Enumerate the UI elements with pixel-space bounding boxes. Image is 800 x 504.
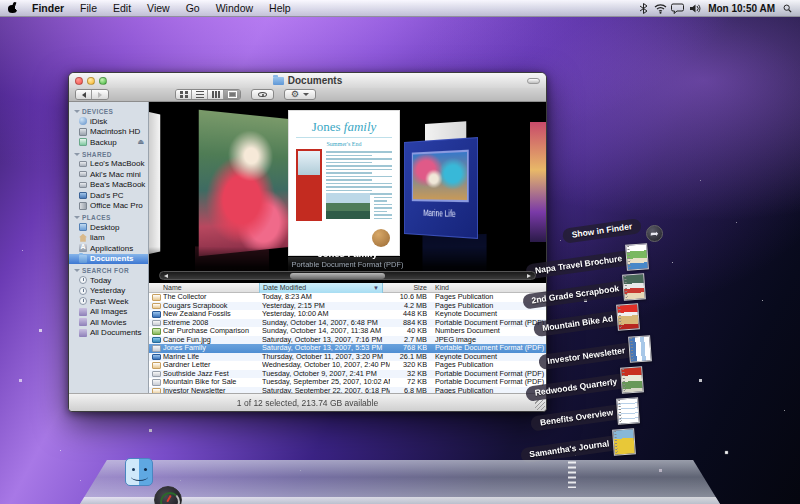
- sidebar-item-leo-s-macbook[interactable]: Leo's MacBook: [69, 159, 148, 170]
- sidebar-item-liam[interactable]: liam: [69, 233, 148, 244]
- table-row[interactable]: Canoe Fun.jpgSaturday, October 13, 2007,…: [149, 336, 546, 345]
- cover-extreme-2008[interactable]: EXTREME2008: [149, 112, 160, 254]
- sidebar-item-label: liam: [90, 233, 105, 242]
- sidebar-item-label: Aki's Mac mini: [90, 170, 141, 179]
- cell-size: 26.1 MB: [379, 353, 427, 362]
- stack-thumbnail-red[interactable]: [620, 366, 644, 393]
- sidebar-item-dad-s-pc[interactable]: Dad's PC: [69, 190, 148, 201]
- menu-item-window[interactable]: Window: [208, 0, 261, 17]
- menu-item-view[interactable]: View: [139, 0, 178, 17]
- list-view-button[interactable]: [192, 90, 208, 99]
- quicklook-button[interactable]: [251, 89, 274, 100]
- cell-kind: Portable Document Format (PDF): [435, 378, 545, 387]
- cover-jones-family[interactable]: Jones family Summer's End: [288, 110, 400, 256]
- back-button[interactable]: [76, 90, 92, 99]
- scroll-left-icon[interactable]: [164, 274, 168, 278]
- action-menu-button[interactable]: ⚙: [284, 89, 316, 100]
- disclosure-triangle-icon[interactable]: [74, 269, 80, 272]
- disclosure-triangle-icon[interactable]: [74, 216, 80, 219]
- sidebar-item-desktop[interactable]: Desktop: [69, 222, 148, 233]
- spotlight-icon[interactable]: [783, 0, 800, 17]
- sidebar-item-documents[interactable]: Documents: [69, 254, 148, 265]
- status-bar: 1 of 12 selected, 213.74 GB available: [69, 393, 546, 411]
- toolbar-toggle-pill[interactable]: [527, 78, 540, 84]
- sidebar-item-backup[interactable]: Backup⏏: [69, 137, 148, 148]
- table-row[interactable]: Gardner LetterWednesday, October 10, 200…: [149, 361, 546, 370]
- cell-date-modified: Sunday, October 14, 2007, 11:38 AM: [262, 327, 390, 336]
- sidebar-item-macintosh-hd[interactable]: Macintosh HD: [69, 127, 148, 138]
- cell-name: Gardner Letter: [163, 361, 259, 370]
- menu-clock[interactable]: Mon 10:50 AM: [703, 3, 783, 14]
- pdf-file-icon: [152, 379, 161, 386]
- eject-icon[interactable]: ⏏: [137, 138, 144, 146]
- menu-item-help[interactable]: Help: [261, 0, 299, 17]
- table-row[interactable]: Extreme 2008Sunday, October 14, 2007, 6:…: [149, 319, 546, 328]
- cover-marine-life[interactable]: Marine Life: [404, 137, 478, 239]
- column-header-size[interactable]: Size: [377, 283, 427, 293]
- sidebar-item-applications[interactable]: Applications: [69, 243, 148, 254]
- sidebar-item-past-week[interactable]: Past Week: [69, 296, 148, 307]
- menu-item-finder[interactable]: Finder: [24, 0, 72, 17]
- resize-grip[interactable]: [535, 400, 545, 410]
- stack-item-label[interactable]: Investor Newsletter: [538, 342, 636, 370]
- table-row[interactable]: Marine LifeThursday, October 11, 2007, 3…: [149, 353, 546, 362]
- column-header-name[interactable]: Name: [163, 283, 182, 293]
- cover-edge-doc[interactable]: [530, 122, 546, 242]
- sidebar-item-yesterday[interactable]: Yesterday: [69, 286, 148, 297]
- pdf-file-icon: [152, 371, 161, 378]
- stack-item-label[interactable]: Show in Finder: [562, 218, 642, 244]
- sidebar-item-label: Leo's MacBook: [90, 159, 144, 168]
- close-button[interactable]: [75, 77, 83, 85]
- coverflow-view-button[interactable]: [224, 90, 240, 99]
- pdf-file-icon: [152, 345, 161, 352]
- sidebar-item-today[interactable]: Today: [69, 275, 148, 286]
- stack-thumbnail-benefit[interactable]: [616, 397, 640, 424]
- minimize-button[interactable]: [87, 77, 95, 85]
- stack-thumbnail-bike[interactable]: [616, 303, 640, 330]
- sidebar-item-all-images[interactable]: All Images: [69, 307, 148, 318]
- sidebar-item-all-movies[interactable]: All Movies: [69, 317, 148, 328]
- disclosure-triangle-icon[interactable]: [74, 153, 80, 156]
- table-row[interactable]: The CollectorToday, 8:23 AM10.6 MBPages …: [149, 293, 546, 302]
- sidebar-item-all-documents[interactable]: All Documents: [69, 328, 148, 339]
- coverflow-area[interactable]: EXTREME2008 Marine Life Jones family Sum…: [149, 102, 546, 283]
- dock-item-dashboard[interactable]: [154, 486, 182, 504]
- column-header-date-modified[interactable]: Date Modified▼: [259, 283, 383, 293]
- cover-canoe-fun[interactable]: [199, 110, 289, 256]
- disclosure-triangle-icon[interactable]: [74, 110, 80, 113]
- apple-menu[interactable]: [0, 3, 24, 13]
- sidebar-item-idisk[interactable]: iDisk: [69, 116, 148, 127]
- forward-button[interactable]: [92, 90, 108, 99]
- cell-size: 72 KB: [379, 378, 427, 387]
- table-row[interactable]: Mountain Bike for SaleTuesday, September…: [149, 378, 546, 387]
- zoom-button[interactable]: [99, 77, 107, 85]
- table-row[interactable]: Car Purchase ComparisonSunday, October 1…: [149, 327, 546, 336]
- ichat-icon[interactable]: [669, 0, 686, 17]
- window-titlebar[interactable]: Documents: [69, 73, 546, 88]
- table-row[interactable]: New Zealand FossilsYesterday, 10:00 AM44…: [149, 310, 546, 319]
- coverflow-scrollbar[interactable]: [159, 271, 536, 280]
- column-view-button[interactable]: [208, 90, 224, 99]
- stack-thumbnail-napa[interactable]: [625, 243, 649, 270]
- bluetooth-icon[interactable]: [635, 0, 652, 17]
- menu-item-file[interactable]: File: [72, 0, 105, 17]
- column-header-kind[interactable]: Kind: [435, 283, 449, 293]
- table-row[interactable]: Cougars ScrapbookYesterday, 2:15 PM4.2 M…: [149, 302, 546, 311]
- volume-icon[interactable]: [686, 0, 703, 17]
- stack-thumbnail-journal[interactable]: [612, 428, 636, 455]
- menu-item-edit[interactable]: Edit: [105, 0, 139, 17]
- sidebar-item-office-mac-pro[interactable]: Office Mac Pro: [69, 201, 148, 212]
- menu-item-go[interactable]: Go: [178, 0, 208, 17]
- scroll-right-icon[interactable]: [527, 274, 531, 278]
- stack-thumbnail-invest[interactable]: [628, 335, 652, 362]
- table-row[interactable]: Jones FamilySaturday, October 13, 2007, …: [149, 344, 546, 353]
- dock-item-finder[interactable]: [125, 458, 153, 486]
- coverflow-scroll-thumb[interactable]: [290, 273, 385, 279]
- stack-thumbnail-scrap[interactable]: [622, 273, 646, 300]
- icon-view-button[interactable]: [176, 90, 192, 99]
- sidebar-item-bea-s-macbook[interactable]: Bea's MacBook: [69, 180, 148, 191]
- show-in-finder-arrow-icon[interactable]: ➦: [646, 225, 663, 242]
- wifi-icon[interactable]: [652, 0, 669, 17]
- sidebar-item-aki-s-mac-mini[interactable]: Aki's Mac mini: [69, 169, 148, 180]
- table-row[interactable]: Southside Jazz FestTuesday, October 9, 2…: [149, 370, 546, 379]
